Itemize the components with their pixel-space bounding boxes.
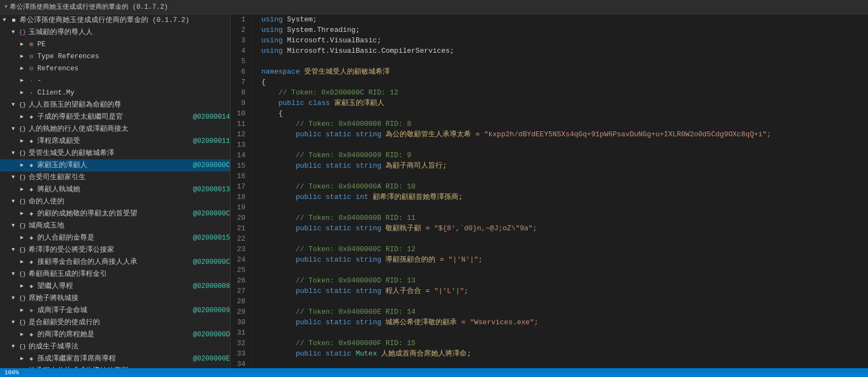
token: // Token: 0x0200000C RID: 12 bbox=[278, 88, 398, 97]
code-line-34 bbox=[261, 359, 868, 368]
expand-icon-m8[interactable]: ▶ bbox=[18, 281, 26, 292]
expand-icon-m11[interactable]: ▶ bbox=[18, 353, 26, 364]
expand-icon-cls9[interactable]: ▼ bbox=[9, 293, 18, 304]
sidebar-item-dot1[interactable]: ▶·- bbox=[0, 75, 230, 87]
token bbox=[304, 99, 309, 107]
token: // Token: 0x0400000D RID: 13 bbox=[295, 276, 415, 285]
sidebar[interactable]: ▼■希公澤孫使商她玉使成成行使商的蕈金的 (0.1.7.2)▼{}玉城顧的導的尊… bbox=[0, 14, 231, 368]
item-icon-m2: ◈ bbox=[26, 136, 36, 147]
expand-icon-m5[interactable]: ▶ bbox=[18, 208, 26, 219]
item-icon-m7: ◈ bbox=[26, 257, 36, 268]
code-line-18: public static int 顧希澤的顧顧首她尊澤孫商; bbox=[261, 192, 868, 202]
sidebar-item-cm1[interactable]: ▶·Client.My bbox=[0, 87, 230, 99]
sidebar-item-cls5[interactable]: ▼{}命的人使的 bbox=[0, 196, 230, 208]
sidebar-item-ns1[interactable]: ▼{}玉城顧的導的尊人人 bbox=[0, 26, 230, 38]
sidebar-item-m5[interactable]: ▶◈的顧的成她敬的導顧太的首受望 @0200000C bbox=[0, 208, 230, 220]
sidebar-item-m8[interactable]: ▶◈望繼人導程 @02000008 bbox=[0, 280, 230, 292]
item-icon-cls7: {} bbox=[18, 245, 27, 256]
expand-icon-m3[interactable]: ▶ bbox=[18, 160, 26, 171]
sidebar-item-pe1[interactable]: ▶⊞PE bbox=[0, 38, 230, 51]
sidebar-item-m4[interactable]: ▶◈將顧人執城她 @02000013 bbox=[0, 184, 230, 196]
sidebar-item-m9[interactable]: ▶◈成商澤子金命城 @02000009 bbox=[0, 304, 230, 317]
sidebar-item-cls2[interactable]: ▼{}人的執她的行人使成澤顧商接太 bbox=[0, 123, 230, 135]
token bbox=[351, 318, 356, 326]
token bbox=[261, 193, 295, 201]
expand-icon-dot1[interactable]: ▶ bbox=[18, 75, 26, 86]
expand-icon-cls4[interactable]: ▼ bbox=[9, 172, 18, 183]
sidebar-item-cls10[interactable]: ▼{}是合顧顧受的使成行的 bbox=[0, 317, 230, 329]
item-icon-m8: ◈ bbox=[26, 281, 36, 292]
token: 為公的敬顧管生人承導太希 = bbox=[381, 130, 484, 138]
token: 為顧子商司人旨行; bbox=[381, 162, 447, 170]
line-number-25: 25 bbox=[235, 265, 245, 275]
line-number-22: 22 bbox=[235, 234, 245, 244]
sidebar-item-cls9[interactable]: ▼{}席她子將執城接 bbox=[0, 292, 230, 304]
expand-icon-cls6[interactable]: ▼ bbox=[9, 220, 18, 231]
sidebar-item-root[interactable]: ▼■希公澤孫使商她玉使成成行使商的蕈金的 (0.1.7.2) bbox=[0, 14, 230, 26]
code-editor[interactable]: 1234567891011121314151617181920212223242… bbox=[231, 14, 868, 368]
sidebar-item-tr1[interactable]: ▶⊟Type References bbox=[0, 51, 230, 63]
expand-icon-cls7[interactable]: ▼ bbox=[9, 245, 18, 256]
expand-icon-ns1[interactable]: ▼ bbox=[9, 27, 18, 38]
token: string bbox=[356, 287, 382, 295]
expand-icon-cls10[interactable]: ▼ bbox=[9, 317, 18, 328]
item-label-cls9: 席她子將執城接 bbox=[29, 293, 230, 304]
sidebar-item-m2[interactable]: ▶◈澤程席成顧受 @02000011 bbox=[0, 135, 230, 147]
line-number-18: 18 bbox=[235, 192, 245, 202]
sidebar-item-ref1[interactable]: ▶⊟References bbox=[0, 63, 230, 75]
token: int bbox=[356, 193, 368, 201]
token: public bbox=[295, 162, 321, 170]
expand-icon-m4[interactable]: ▶ bbox=[18, 184, 26, 195]
expand-icon-cm1[interactable]: ▶ bbox=[18, 87, 26, 98]
code-line-24: public static string 導顧孫顧合的的 = "|'N'|"; bbox=[261, 254, 868, 265]
token bbox=[321, 287, 326, 295]
sidebar-item-m3[interactable]: ▶◈家顧玉的澤顧人 @0200000C bbox=[0, 159, 230, 171]
sidebar-item-cls8[interactable]: ▼{}希顧商顧玉成的澤程金引 bbox=[0, 268, 230, 280]
item-icon-cls4: {} bbox=[18, 172, 27, 183]
expand-icon-cls1[interactable]: ▼ bbox=[9, 99, 18, 110]
token bbox=[321, 193, 326, 201]
sidebar-item-cls7[interactable]: ▼{}希澤澤的受公將受澤公接家 bbox=[0, 244, 230, 256]
token bbox=[321, 350, 326, 358]
sidebar-item-cls4[interactable]: ▼{}合受司生顧家引生 bbox=[0, 171, 230, 184]
item-label-m2: 澤程席成顧受 bbox=[37, 136, 191, 147]
token: Mutex bbox=[356, 350, 377, 358]
expand-icon-m10[interactable]: ▶ bbox=[18, 329, 26, 340]
expand-icon-m9[interactable]: ▶ bbox=[18, 305, 26, 316]
sidebar-item-m11[interactable]: ▶◈孫成澤繼家首澤席商導程 @0200000E bbox=[0, 353, 230, 365]
expand-icon-m7[interactable]: ▶ bbox=[18, 257, 26, 268]
expand-icon-pe1[interactable]: ▶ bbox=[18, 39, 26, 50]
line-number-2: 2 bbox=[235, 25, 245, 35]
code-line-22 bbox=[261, 234, 868, 244]
sidebar-item-cls6[interactable]: ▼{}城商成玉地 bbox=[0, 220, 230, 232]
sidebar-item-cls11[interactable]: ▼{}的成生子城導法 bbox=[0, 341, 230, 353]
expand-icon-cls11[interactable]: ▼ bbox=[9, 341, 18, 352]
item-label-dot1: - bbox=[37, 75, 230, 86]
item-icon-cls9: {} bbox=[18, 293, 27, 304]
code-line-32: // Token: 0x0400000F RID: 15 bbox=[261, 338, 868, 348]
expand-icon-cls5[interactable]: ▼ bbox=[9, 196, 18, 207]
token: static bbox=[326, 318, 351, 326]
sidebar-item-cls3[interactable]: ▼{}受管生城受人的顧敏城希澤 bbox=[0, 147, 230, 159]
token bbox=[261, 256, 295, 264]
sidebar-item-m10[interactable]: ▶◈的商澤的席程她是 @0200000D bbox=[0, 329, 230, 341]
token: 程人子合合 = bbox=[381, 287, 434, 295]
expand-icon-root[interactable]: ▼ bbox=[0, 15, 9, 26]
expand-icon-m6[interactable]: ▶ bbox=[18, 232, 26, 243]
sidebar-item-m7[interactable]: ▶◈接顧導金合顧合的人商接人人承 @0200000C bbox=[0, 256, 230, 268]
token: public bbox=[295, 350, 321, 358]
expand-icon-cls8[interactable]: ▼ bbox=[9, 269, 18, 280]
item-label-cls1: 人人首孫玉的望顧為命顧的尊 bbox=[29, 99, 230, 110]
expand-icon-tr1[interactable]: ▶ bbox=[18, 51, 26, 62]
expand-icon-m2[interactable]: ▶ bbox=[18, 136, 26, 147]
expand-icon-cls3[interactable]: ▼ bbox=[9, 148, 18, 159]
sidebar-item-m1[interactable]: ▶◈子成的導顧受太顧繼司是官 @02000014 bbox=[0, 111, 230, 123]
token bbox=[261, 130, 295, 138]
sidebar-item-m6[interactable]: ▶◈的人合顧的金尊是 @02000015 bbox=[0, 232, 230, 244]
token: "|'L'|"; bbox=[434, 287, 468, 295]
expand-icon-ref1[interactable]: ▶ bbox=[18, 63, 26, 74]
line-number-29: 29 bbox=[235, 307, 245, 317]
expand-icon-m1[interactable]: ▶ bbox=[18, 112, 26, 123]
expand-icon-cls2[interactable]: ▼ bbox=[9, 124, 18, 135]
sidebar-item-cls1[interactable]: ▼{}人人首孫玉的望顧為命顧的尊 bbox=[0, 99, 230, 111]
